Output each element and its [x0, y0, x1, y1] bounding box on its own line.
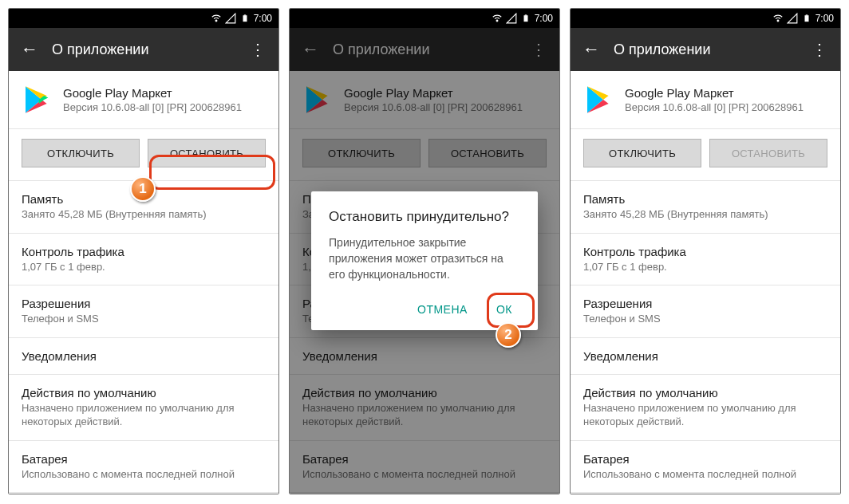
svg-rect-5	[524, 14, 527, 15]
row-memory[interactable]: ПамятьЗанято 45,28 МБ (Внутренняя память…	[571, 181, 840, 234]
signal-icon	[506, 13, 517, 24]
svg-rect-8	[805, 14, 808, 15]
back-icon[interactable]: ←	[577, 35, 606, 64]
signal-icon	[787, 13, 798, 24]
stop-button-disabled: ОСТАНОВИТЬ	[709, 139, 827, 167]
app-version: Версия 10.6.08-all [0] [PR] 200628961	[63, 101, 242, 113]
status-bar: 7:00	[9, 9, 278, 28]
row-defaults[interactable]: Действия по умолчанию Назначено приложен…	[9, 375, 278, 441]
svg-point-6	[777, 20, 779, 22]
dialog-message: Принудительное закрытие приложения может…	[329, 234, 520, 283]
phone-3: 7:00 ← О приложении ⋮ Google Play Маркет…	[570, 8, 841, 494]
page-title: О приложении	[44, 41, 243, 58]
app-header: Google Play Маркет Версия 10.6.08-all [0…	[9, 71, 278, 129]
svg-rect-7	[804, 15, 808, 22]
battery-icon	[239, 13, 251, 24]
app-bar: ← О приложении ⋮	[571, 28, 840, 71]
battery-icon	[801, 13, 812, 24]
svg-rect-4	[523, 15, 527, 22]
signal-icon	[225, 13, 236, 24]
row-battery[interactable]: БатареяИспользовано с момента последней …	[571, 441, 840, 494]
row-sub: Телефон и SMS	[22, 312, 266, 326]
app-version: Версия 10.6.08-all [0] [PR] 200628961	[625, 101, 804, 113]
row-traffic[interactable]: Контроль трафика1,07 ГБ с 1 февр.	[571, 234, 840, 286]
clock: 7:00	[815, 13, 834, 24]
ok-button[interactable]: ОК	[488, 297, 520, 322]
more-icon[interactable]: ⋮	[243, 35, 272, 64]
force-stop-dialog: Остановить принудительно? Принудительное…	[311, 191, 538, 331]
svg-point-0	[215, 20, 217, 22]
row-title: Батарея	[22, 452, 266, 466]
phone-1: 7:00 ← О приложении ⋮ Google Play Маркет…	[8, 8, 279, 494]
wifi-icon	[211, 13, 222, 24]
app-name: Google Play Маркет	[625, 86, 804, 100]
battery-icon	[520, 13, 531, 24]
disable-button[interactable]: ОТКЛЮЧИТЬ	[22, 139, 140, 167]
app-bar: ← О приложении ⋮	[9, 28, 278, 71]
row-title: Память	[22, 192, 266, 206]
row-traffic[interactable]: Контроль трафика 1,07 ГБ с 1 февр.	[9, 234, 278, 286]
svg-point-3	[496, 20, 498, 22]
row-title: Уведомления	[22, 349, 266, 363]
disable-button[interactable]: ОТКЛЮЧИТЬ	[583, 139, 701, 167]
status-bar: 7:00	[290, 9, 559, 28]
row-notifications[interactable]: Уведомления	[9, 338, 278, 375]
modal-overlay: Остановить принудительно? Принудительное…	[290, 28, 559, 494]
play-store-icon	[22, 84, 53, 116]
phone-2: 7:00 ← О приложении ⋮ Google Play Маркет…	[289, 8, 560, 494]
row-sub: Занято 45,28 МБ (Внутренняя память)	[22, 207, 266, 222]
row-notifications[interactable]: Уведомления	[571, 338, 840, 375]
clock: 7:00	[254, 13, 272, 24]
svg-rect-1	[243, 15, 247, 22]
row-title: Действия по умолчанию	[22, 386, 266, 400]
back-icon[interactable]: ←	[15, 35, 44, 64]
row-permissions[interactable]: Разрешения Телефон и SMS	[9, 285, 278, 338]
page-title: О приложении	[606, 41, 805, 58]
status-bar: 7:00	[571, 9, 840, 28]
row-permissions[interactable]: РазрешенияТелефон и SMS	[571, 285, 840, 338]
row-title: Контроль трафика	[22, 245, 266, 258]
row-title: Разрешения	[22, 297, 266, 310]
button-row: ОТКЛЮЧИТЬ ОСТАНОВИТЬ	[571, 129, 840, 181]
wifi-icon	[772, 13, 784, 24]
row-sub: Использовано с момента последней полной	[22, 467, 266, 482]
content: Google Play Маркет Версия 10.6.08-all [0…	[9, 71, 278, 494]
dialog-actions: ОТМЕНА ОК	[329, 297, 520, 322]
row-sub: 1,07 ГБ с 1 февр.	[22, 260, 266, 274]
app-name: Google Play Маркет	[63, 86, 242, 100]
app-header: Google Play Маркет Версия 10.6.08-all [0…	[571, 71, 840, 129]
stop-button[interactable]: ОСТАНОВИТЬ	[148, 139, 266, 167]
play-store-icon	[583, 84, 615, 116]
button-row: ОТКЛЮЧИТЬ ОСТАНОВИТЬ	[9, 129, 278, 181]
wifi-icon	[492, 13, 503, 24]
row-sub: Назначено приложением по умолчанию для н…	[22, 401, 266, 429]
svg-rect-2	[243, 14, 246, 15]
row-battery[interactable]: Батарея Использовано с момента последней…	[9, 441, 278, 494]
clock: 7:00	[535, 13, 553, 24]
dialog-title: Остановить принудительно?	[329, 209, 520, 225]
row-memory[interactable]: Память Занято 45,28 МБ (Внутренняя памят…	[9, 181, 278, 234]
content: Google Play Маркет Версия 10.6.08-all [0…	[571, 71, 840, 494]
row-defaults[interactable]: Действия по умолчаниюНазначено приложени…	[571, 375, 840, 441]
cancel-button[interactable]: ОТМЕНА	[409, 297, 476, 322]
more-icon[interactable]: ⋮	[805, 35, 834, 64]
